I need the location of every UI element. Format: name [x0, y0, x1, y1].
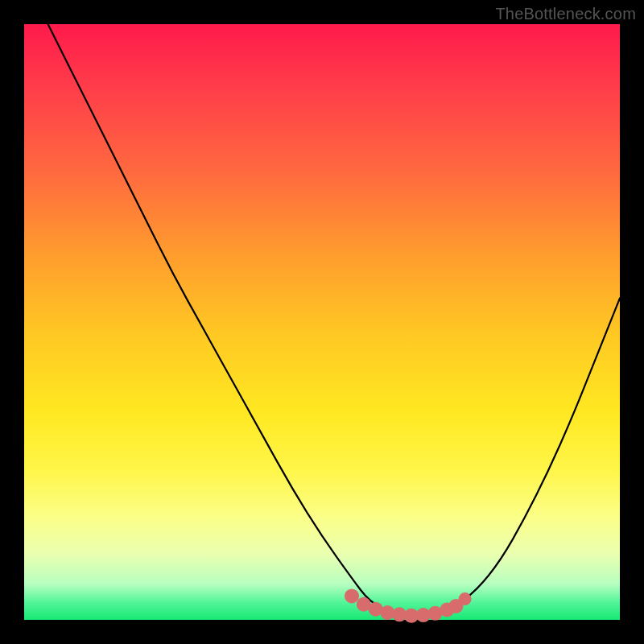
optimal-marker	[345, 588, 359, 603]
bottleneck-curve-svg	[24, 24, 620, 620]
watermark-text: TheBottleneck.com	[495, 5, 636, 23]
chart-frame: TheBottleneck.com	[0, 0, 644, 644]
optimal-marker	[459, 592, 472, 605]
bottleneck-curve-path	[48, 24, 620, 616]
plot-area	[24, 24, 620, 620]
